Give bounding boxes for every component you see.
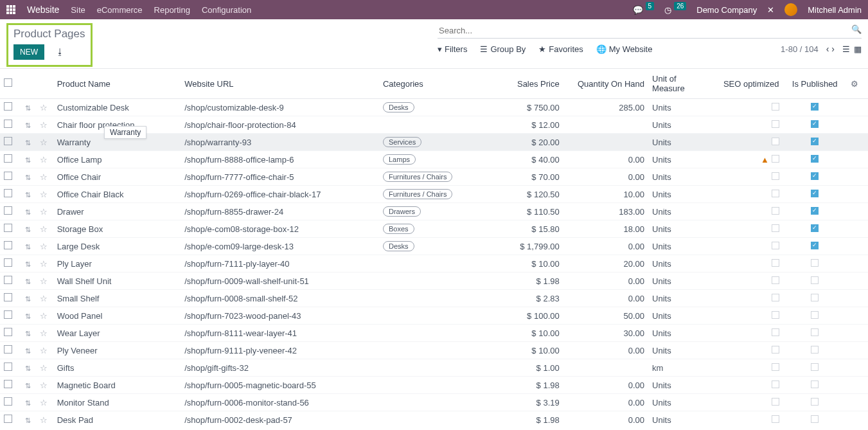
cell-category[interactable]: Furnitures / Chairs xyxy=(379,186,492,203)
drag-handle[interactable]: ⇅ xyxy=(25,174,31,181)
cell-category[interactable] xyxy=(379,342,492,359)
cell-published[interactable] xyxy=(783,411,847,429)
pager-range[interactable]: 1-80 / 104 xyxy=(781,44,819,54)
cell-price[interactable]: $ 10.00 xyxy=(492,255,563,273)
row-checkbox[interactable] xyxy=(4,120,12,128)
cell-qty[interactable]: 0.00 xyxy=(563,411,648,429)
cell-published[interactable] xyxy=(783,99,847,116)
cell-price[interactable]: $ 1.00 xyxy=(492,359,563,377)
cell-price[interactable]: $ 1.98 xyxy=(492,411,563,429)
col-uom[interactable]: Unit of Measure xyxy=(648,69,712,99)
published-checkbox[interactable] xyxy=(811,190,819,197)
cell-name[interactable]: Monitor Stand xyxy=(53,394,181,411)
cell-published[interactable] xyxy=(783,220,847,238)
table-row[interactable]: ⇅☆Gifts/shop/gift-gifts-32$ 1.00km xyxy=(0,359,868,377)
cell-uom[interactable]: Units xyxy=(648,203,712,220)
published-checkbox[interactable] xyxy=(811,155,819,163)
drag-handle[interactable]: ⇅ xyxy=(25,399,31,407)
cell-price[interactable]: $ 110.50 xyxy=(492,203,563,220)
table-row[interactable]: ⇅☆Wood Panel/shop/furn-7023-wood-panel-4… xyxy=(0,307,868,325)
table-row[interactable]: ⇅☆Desk Pad/shop/furn-0002-desk-pad-57$ 1… xyxy=(0,411,868,429)
cell-url[interactable]: /shop/warranty-93 xyxy=(181,134,379,151)
cell-name[interactable]: Ply Layer xyxy=(53,255,181,273)
drag-handle[interactable]: ⇅ xyxy=(25,243,31,251)
user-name[interactable]: Mitchell Admin xyxy=(808,5,862,15)
published-checkbox[interactable] xyxy=(811,398,819,406)
groupby-dropdown[interactable]: ☰Group By xyxy=(480,44,526,54)
cell-url[interactable]: /shop/furn-0005-magnetic-board-55 xyxy=(181,377,379,394)
cell-uom[interactable]: Units xyxy=(648,307,712,325)
select-all-checkbox[interactable] xyxy=(4,78,12,87)
cell-url[interactable]: /shop/customizable-desk-9 xyxy=(181,99,379,116)
row-checkbox[interactable] xyxy=(4,224,12,232)
cell-seo[interactable] xyxy=(712,238,783,255)
table-wrap[interactable]: Product Name Website URL Categories Sale… xyxy=(0,68,868,428)
cell-name[interactable]: Office Chair Black xyxy=(53,186,181,203)
favorite-star[interactable]: ☆ xyxy=(40,363,48,373)
cell-published[interactable] xyxy=(783,359,847,377)
cell-url[interactable]: /shop/furn-7023-wood-panel-43 xyxy=(181,307,379,325)
cell-qty[interactable]: 183.00 xyxy=(563,203,648,220)
cell-qty[interactable]: 0.00 xyxy=(563,394,648,411)
cell-category[interactable]: Lamps xyxy=(379,151,492,168)
cell-seo[interactable] xyxy=(712,290,783,307)
cell-qty[interactable] xyxy=(563,359,648,377)
cell-url[interactable]: /shop/furn-8855-drawer-24 xyxy=(181,203,379,220)
cell-category[interactable] xyxy=(379,290,492,307)
row-checkbox[interactable] xyxy=(4,415,12,423)
col-categories[interactable]: Categories xyxy=(379,69,492,99)
cell-name[interactable]: Small Shelf xyxy=(53,290,181,307)
cell-url[interactable]: /shop/furn-0002-desk-pad-57 xyxy=(181,411,379,429)
pager-next[interactable]: › xyxy=(831,44,835,54)
favorite-star[interactable]: ☆ xyxy=(40,120,48,130)
cell-qty[interactable]: 50.00 xyxy=(563,307,648,325)
cell-price[interactable]: $ 1.98 xyxy=(492,273,563,290)
cell-price[interactable]: $ 10.00 xyxy=(492,325,563,342)
cell-published[interactable] xyxy=(783,307,847,325)
cell-qty[interactable]: 0.00 xyxy=(563,377,648,394)
cell-price[interactable]: $ 750.00 xyxy=(492,99,563,116)
table-row[interactable]: ⇅☆Ply Veneer/shop/furn-9111-ply-veneer-4… xyxy=(0,342,868,359)
drag-handle[interactable]: ⇅ xyxy=(25,278,31,285)
column-options-icon[interactable]: ⚙ xyxy=(851,79,858,89)
cell-qty[interactable]: 0.00 xyxy=(563,238,648,255)
published-checkbox[interactable] xyxy=(811,415,819,423)
drag-handle[interactable]: ⇅ xyxy=(25,139,31,147)
cell-uom[interactable]: Units xyxy=(648,342,712,359)
published-checkbox[interactable] xyxy=(811,242,819,249)
favorite-star[interactable]: ☆ xyxy=(40,242,48,251)
seo-checkbox[interactable] xyxy=(772,190,779,197)
cell-published[interactable] xyxy=(783,116,847,134)
cell-url[interactable]: /shop/chair-floor-protection-84 xyxy=(181,116,379,134)
cell-published[interactable] xyxy=(783,151,847,168)
avatar[interactable] xyxy=(784,3,797,16)
published-checkbox[interactable] xyxy=(811,207,819,215)
col-seo[interactable]: SEO optimized xyxy=(712,69,783,99)
drag-handle[interactable]: ⇅ xyxy=(25,260,31,268)
table-row[interactable]: ⇅☆Ply Layer/shop/furn-7111-ply-layer-40$… xyxy=(0,255,868,273)
seo-checkbox[interactable] xyxy=(772,242,779,249)
cell-category[interactable] xyxy=(379,307,492,325)
cell-name[interactable]: Large Desk xyxy=(53,238,181,255)
row-checkbox[interactable] xyxy=(4,397,12,406)
seo-checkbox[interactable] xyxy=(772,172,779,180)
seo-checkbox[interactable] xyxy=(772,381,779,388)
cell-published[interactable] xyxy=(783,203,847,220)
favorite-star[interactable]: ☆ xyxy=(40,155,48,165)
cell-published[interactable] xyxy=(783,186,847,203)
search-input[interactable] xyxy=(438,23,862,39)
table-row[interactable]: ⇅☆Storage Box/shop/e-com08-storage-box-1… xyxy=(0,220,868,238)
row-checkbox[interactable] xyxy=(4,380,12,388)
cell-category[interactable]: Drawers xyxy=(379,203,492,220)
row-checkbox[interactable] xyxy=(4,102,12,111)
cell-url[interactable]: /shop/e-com09-large-desk-13 xyxy=(181,238,379,255)
cell-url[interactable]: /shop/furn-0008-small-shelf-52 xyxy=(181,290,379,307)
published-checkbox[interactable] xyxy=(811,103,819,111)
cell-name[interactable]: Gifts xyxy=(53,359,181,377)
row-checkbox[interactable] xyxy=(4,293,12,301)
drag-handle[interactable]: ⇅ xyxy=(25,121,31,129)
cell-published[interactable] xyxy=(783,325,847,342)
cell-category[interactable] xyxy=(379,359,492,377)
cell-qty[interactable]: 10.00 xyxy=(563,186,648,203)
favorite-star[interactable]: ☆ xyxy=(40,224,48,234)
